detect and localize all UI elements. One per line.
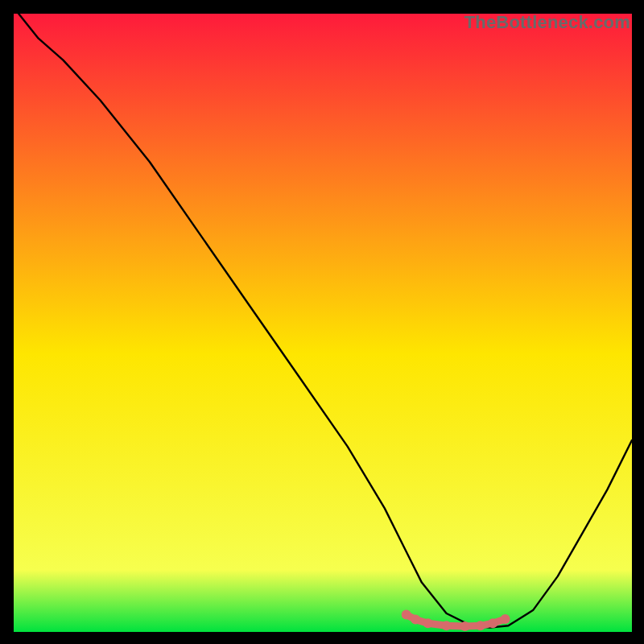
min-marker-dot (411, 615, 420, 625)
min-marker-dot (476, 621, 485, 630)
min-marker-dot (402, 610, 411, 620)
min-marker-dot (488, 618, 497, 628)
watermark-text: TheBottleneck.com (464, 12, 630, 33)
bottleneck-chart (14, 14, 632, 632)
min-marker-dot (501, 614, 510, 624)
min-marker-dot (460, 621, 470, 631)
min-marker-dot (423, 618, 433, 628)
min-marker-dot (442, 621, 452, 630)
chart-frame: TheBottleneck.com (14, 14, 632, 632)
